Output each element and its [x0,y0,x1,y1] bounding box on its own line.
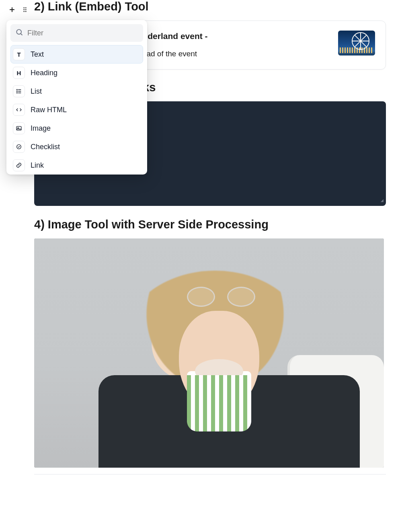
toolbox-item-link[interactable]: Link [10,156,143,175]
check-icon [13,141,25,153]
toolbox-item-checklist[interactable]: Checklist [10,138,143,156]
text-icon: T [13,48,25,60]
toolbox-item-label: Raw HTML [31,106,67,114]
toolbox-item-label: Image [31,124,51,133]
link-card-thumbnail [338,31,375,55]
next-block-outline [34,474,386,474]
search-icon [15,28,23,38]
toolbox-item-text[interactable]: T Text [10,45,143,64]
toolbox-item-heading[interactable]: H Heading [10,64,143,82]
list-icon [13,85,25,97]
svg-point-7 [17,89,18,90]
svg-point-2 [23,9,25,10]
toolbox-filter-input[interactable] [27,29,138,37]
drag-handle[interactable] [20,5,30,14]
code-icon [13,104,25,116]
toolbox-item-list[interactable]: List [10,82,143,101]
section-4-title: 4) Image Tool with Server Side Processin… [34,218,386,231]
heading-icon: H [13,67,25,79]
image-tool-preview[interactable] [34,238,384,468]
add-block-button[interactable] [7,5,17,14]
image-icon [13,122,25,134]
toolbox-item-image[interactable]: Image [10,119,143,138]
block-toolbox-popover: T Text H Heading List Raw HTML Image Che… [6,20,147,175]
toolbox-item-raw-html[interactable]: Raw HTML [10,101,143,119]
toolbox-item-label: Text [31,50,44,59]
svg-point-9 [17,92,18,93]
svg-point-8 [17,91,18,92]
toolbox-filter[interactable] [10,24,143,42]
link-icon [13,159,25,171]
svg-point-0 [23,7,25,8]
toolbox-item-label: Checklist [31,143,60,151]
toolbox-item-label: Heading [31,69,57,77]
svg-point-6 [16,29,21,34]
toolbox-item-label: List [31,87,42,96]
svg-point-1 [25,7,27,8]
svg-point-3 [25,9,27,10]
resize-handle-icon[interactable]: ◢ [381,196,384,204]
svg-point-4 [23,11,25,12]
toolbox-item-label: Link [31,161,44,170]
svg-point-5 [25,11,27,12]
section-2-title: 2) Link (Embed) Tool [34,0,386,13]
